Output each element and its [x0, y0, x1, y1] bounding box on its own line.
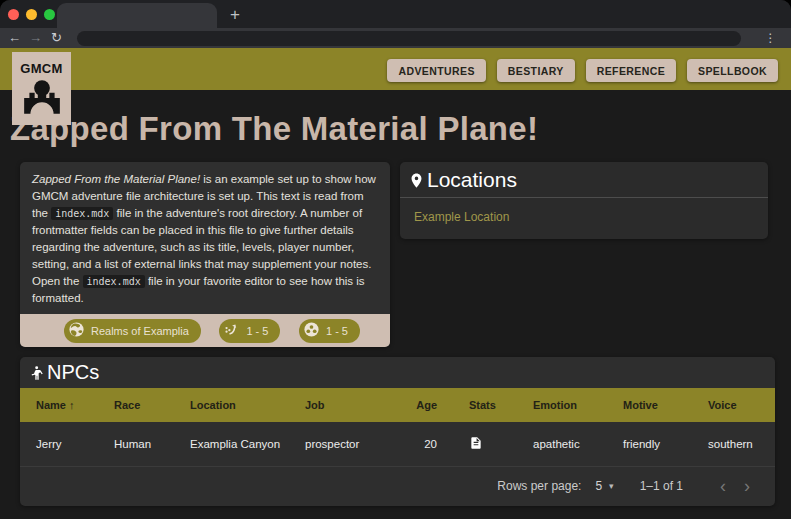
page-content: Zapped From The Material Plane! Zapped F…	[0, 90, 791, 519]
levels-icon	[223, 321, 240, 340]
traffic-lights	[8, 9, 55, 20]
previous-page-icon[interactable]: ‹	[711, 477, 735, 495]
top-cards-row: Zapped From the Material Plane! is an ex…	[20, 162, 791, 347]
cell-name: Jerry	[20, 422, 98, 466]
next-page-icon[interactable]: ›	[735, 477, 759, 495]
browser-tab[interactable]	[57, 3, 217, 28]
npcs-table: Name↑ Race Location Job Age Stats Emotio…	[20, 388, 775, 466]
column-header-job[interactable]: Job	[289, 388, 401, 422]
nav-button-spellbook[interactable]: SPELLBOOK	[687, 59, 778, 82]
browser-menu-icon[interactable]: ⋮	[759, 31, 783, 45]
cell-race: Human	[98, 422, 174, 466]
nav-button-bestiary[interactable]: BESTIARY	[497, 59, 575, 82]
globe-icon	[68, 321, 85, 340]
nav-button-adventures[interactable]: ADVENTURES	[387, 59, 485, 82]
forward-icon[interactable]: →	[25, 28, 46, 48]
npcs-header: NPCs	[20, 357, 775, 388]
players-icon	[303, 321, 320, 340]
castle-head-icon	[12, 78, 71, 120]
cell-motive: friendly	[607, 422, 692, 466]
adventure-meta-strip: Realms of Examplia 1 - 5	[20, 314, 390, 347]
column-header-motive[interactable]: Motive	[607, 388, 692, 422]
cell-stats	[453, 422, 517, 466]
chevron-down-icon: ▾	[609, 481, 614, 491]
main-nav: ADVENTURES BESTIARY REFERENCE SPELLBOOK	[387, 59, 778, 82]
browser-toolbar: ← → ↻ ⋮	[0, 28, 791, 48]
document-icon[interactable]	[469, 435, 483, 451]
npcs-card: NPCs Name↑ Race Location Job Age	[20, 357, 775, 506]
url-bar[interactable]	[77, 31, 741, 46]
locations-title: Locations	[427, 168, 517, 192]
app-header: GMCM ADVENTURES BESTIARY REFERENCE SPELL…	[0, 48, 791, 90]
locations-card: Locations Example Location	[400, 162, 768, 239]
browser-window: + ← → ↻ ⋮ GMCM ADVENTURES BESTIARY REFER…	[0, 0, 791, 519]
column-header-stats[interactable]: Stats	[453, 388, 517, 422]
cell-job: prospector	[289, 422, 401, 466]
sort-ascending-icon: ↑	[69, 399, 75, 411]
table-header-row: Name↑ Race Location Job Age Stats Emotio…	[20, 388, 775, 422]
players-chip: 1 - 5	[299, 319, 360, 343]
rows-per-page-value: 5	[595, 479, 602, 493]
reload-icon[interactable]: ↻	[46, 28, 67, 48]
players-chip-label: 1 - 5	[326, 325, 348, 337]
tab-strip: +	[0, 0, 791, 28]
gmcm-logo[interactable]: GMCM	[12, 52, 71, 125]
setting-chip-label: Realms of Examplia	[91, 325, 189, 337]
nav-button-reference[interactable]: REFERENCE	[586, 59, 676, 82]
rows-per-page-select[interactable]: 5 ▾	[595, 479, 613, 493]
locations-header: Locations	[400, 162, 768, 197]
rows-per-page-label: Rows per page:	[497, 479, 581, 493]
column-header-voice[interactable]: Voice	[692, 388, 775, 422]
location-pin-icon	[408, 172, 425, 189]
new-tab-button[interactable]: +	[230, 6, 240, 23]
zoom-window-button[interactable]	[44, 9, 55, 20]
person-icon	[28, 365, 44, 381]
pagination-range: 1–1 of 1	[640, 479, 683, 493]
table-row: Jerry Human Examplia Canyon prospector 2…	[20, 422, 775, 466]
description-text: Zapped From the Material Plane! is an ex…	[20, 162, 390, 314]
cell-emotion: apathetic	[517, 422, 607, 466]
npcs-title: NPCs	[47, 361, 99, 384]
column-header-location[interactable]: Location	[174, 388, 289, 422]
back-icon[interactable]: ←	[4, 28, 25, 48]
cell-location: Examplia Canyon	[174, 422, 289, 466]
location-link[interactable]: Example Location	[400, 198, 523, 239]
column-label: Name	[36, 399, 66, 411]
logo-text: GMCM	[12, 61, 71, 76]
close-window-button[interactable]	[8, 9, 19, 20]
cell-age: 20	[401, 422, 453, 466]
column-header-age[interactable]: Age	[401, 388, 453, 422]
column-header-name[interactable]: Name↑	[20, 388, 98, 422]
setting-chip: Realms of Examplia	[64, 319, 201, 343]
page-title: Zapped From The Material Plane!	[10, 110, 791, 148]
minimize-window-button[interactable]	[26, 9, 37, 20]
cell-voice: southern	[692, 422, 775, 466]
column-header-race[interactable]: Race	[98, 388, 174, 422]
levels-chip-label: 1 - 5	[246, 325, 268, 337]
column-header-emotion[interactable]: Emotion	[517, 388, 607, 422]
table-pagination: Rows per page: 5 ▾ 1–1 of 1 ‹ ›	[20, 466, 775, 506]
adventure-description-card: Zapped From the Material Plane! is an ex…	[20, 162, 390, 347]
levels-chip: 1 - 5	[219, 319, 280, 343]
